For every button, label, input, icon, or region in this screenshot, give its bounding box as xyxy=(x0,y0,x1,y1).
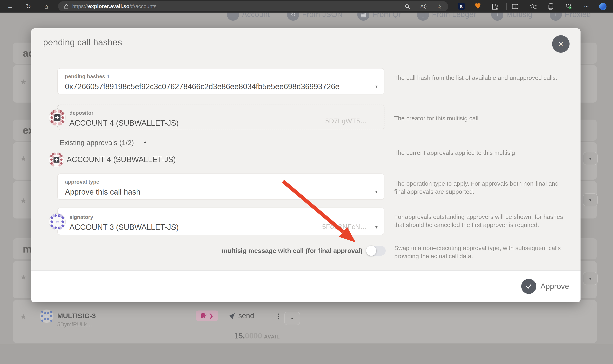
read-aloud-letter: A xyxy=(420,3,424,9)
url-text: https://explorer.avail.so/#/accounts xyxy=(72,3,156,9)
browser-toolbar: ← ↻ ⌂ https://explorer.avail.so/#/accoun… xyxy=(0,0,613,13)
field-label: pending hashes 1 xyxy=(65,73,377,79)
approve-button-label: Approve xyxy=(540,282,569,291)
pending-signature-badge[interactable]: ❯ xyxy=(196,311,218,321)
extensions-puzzle-icon[interactable] xyxy=(491,0,499,13)
multisig-address[interactable]: 5DymfRULk… xyxy=(57,321,92,327)
subwallet-extension-icon[interactable]: S xyxy=(457,0,465,13)
url-host: explorer.avail.so xyxy=(88,3,129,9)
favorite-star-icon[interactable]: ★ xyxy=(20,273,27,282)
reload-button[interactable]: ↻ xyxy=(23,0,34,13)
balance-integer: 15. xyxy=(234,332,245,340)
balance-unit: AVAIL xyxy=(264,334,280,340)
favorite-star-icon[interactable]: ★ xyxy=(20,312,27,321)
chevron-down-icon: ▾ xyxy=(375,225,377,230)
screen: + Account ↻ From JSON ▦ From Qr ▯ From L… xyxy=(0,0,613,364)
row-expand-button[interactable]: ▾ xyxy=(583,193,598,206)
identicon-account-4 xyxy=(49,152,64,168)
favorite-star-icon[interactable]: ☆ xyxy=(434,1,445,11)
approve-button[interactable]: Approve xyxy=(521,270,569,302)
subwallet-logo: S xyxy=(458,3,465,10)
send-button-label: send xyxy=(238,312,254,320)
multisig-balance: 15.0000 AVAIL xyxy=(234,332,280,340)
url-path: /#/accounts xyxy=(129,3,156,9)
subwallet-badge-icon xyxy=(54,157,59,163)
row-expand-button[interactable]: ▾ xyxy=(583,272,598,285)
read-aloud-icon[interactable]: A xyxy=(418,1,429,11)
subwallet-badge-icon xyxy=(54,114,60,121)
send-button[interactable]: send xyxy=(228,312,254,320)
more-options-button[interactable]: ⋮ xyxy=(275,312,282,321)
depositor-field: depositor ACCOUNT 4 (SUBWALLET-JS) 5D7Lg… xyxy=(57,104,384,130)
multisig-name[interactable]: MULTISIG-3 xyxy=(57,312,96,320)
final-approval-toggle[interactable] xyxy=(366,246,386,256)
favorite-star-icon[interactable]: ★ xyxy=(20,155,27,163)
help-text-final-toggle: Swap to a non-executing approval type, w… xyxy=(394,244,565,260)
balance-fraction: 0000 xyxy=(245,332,262,340)
send-plane-icon xyxy=(228,312,235,320)
page-bottom-strip xyxy=(0,345,613,364)
identicon-account-4 xyxy=(49,109,66,126)
back-button[interactable]: ← xyxy=(5,0,15,13)
signed-document-icon xyxy=(201,313,207,319)
lock-icon xyxy=(64,3,69,9)
help-text-existing-approvals: The current approvals applied to this mu… xyxy=(394,149,565,157)
field-label: approval type xyxy=(65,179,377,185)
favorite-star-icon[interactable]: ★ xyxy=(20,78,27,86)
field-label: signatory xyxy=(70,214,377,220)
final-approval-toggle-label: multisig message with call (for final ap… xyxy=(183,246,362,256)
collections-icon[interactable] xyxy=(529,0,538,13)
help-text-signatory: For approvals outstanding approvers will… xyxy=(394,213,565,229)
pending-hash-value: 0x7266057f89198c5ef92c3c076278466c2d3e86… xyxy=(65,82,377,91)
chevron-down-icon: ▾ xyxy=(375,84,377,89)
toggle-knob xyxy=(366,246,376,256)
zoom-in-icon[interactable] xyxy=(402,1,413,11)
approver-account-name: ACCOUNT 4 (SUBWALLET-JS) xyxy=(67,155,176,164)
existing-approvals-label[interactable]: Existing approvals (1/2) xyxy=(60,139,134,147)
url-prefix: https:// xyxy=(72,3,88,9)
chevron-down-icon: ▾ xyxy=(589,276,591,281)
multisig-row-expand-button[interactable]: ▾ xyxy=(284,312,300,325)
approval-type-value: Approve this call hash xyxy=(65,188,377,196)
toolbar-divider xyxy=(506,0,507,13)
help-text-approval-type: The operation type to apply. For approva… xyxy=(394,180,565,195)
browser-essentials-icon[interactable] xyxy=(564,0,572,13)
signatory-address: 5Fo3SNFcN… xyxy=(322,223,367,231)
help-text-depositor: The creator for this multisig call xyxy=(394,114,565,122)
duplicate-tab-icon[interactable] xyxy=(546,0,554,13)
check-circle-icon xyxy=(521,279,536,294)
pending-hashes-select[interactable]: pending hashes 1 0x7266057f89198c5ef92c3… xyxy=(57,68,384,94)
chevron-down-icon: ▾ xyxy=(291,316,293,321)
settings-more-icon[interactable]: ••• xyxy=(582,0,591,13)
modal-footer xyxy=(31,270,581,302)
multisig-row-card xyxy=(13,300,597,343)
chevron-down-icon: ▾ xyxy=(589,156,591,161)
close-button[interactable]: ✕ xyxy=(552,35,570,53)
field-label: depositor xyxy=(70,110,377,116)
address-bar[interactable]: https://explorer.avail.so/#/accounts A ☆ xyxy=(58,1,448,11)
identicon-account-3 xyxy=(49,213,66,230)
chevron-down-icon: ▾ xyxy=(589,198,591,202)
depositor-address: 5D7LgWT5… xyxy=(325,117,367,125)
close-icon: ✕ xyxy=(558,40,564,48)
signatory-select[interactable]: signatory ACCOUNT 3 (SUBWALLET-JS) 5Fo3S… xyxy=(57,208,384,235)
home-button[interactable]: ⌂ xyxy=(41,0,52,13)
identicon-multisig-3 xyxy=(40,309,54,323)
chevron-down-icon: ▾ xyxy=(375,189,377,195)
favorite-star-icon[interactable]: ★ xyxy=(20,196,27,205)
metamask-extension-icon[interactable] xyxy=(474,0,482,13)
help-text-pending-hashes: The call hash from the list of available… xyxy=(394,74,565,82)
pending-call-hashes-modal: pending call hashes ✕ pending hashes 1 0… xyxy=(31,28,581,302)
collapse-icon[interactable]: ▲ xyxy=(143,140,147,144)
approval-type-select[interactable]: approval type Approve this call hash ▾ xyxy=(57,173,384,200)
chevron-right-icon: ❯ xyxy=(209,313,213,319)
modal-title: pending call hashes xyxy=(43,37,122,48)
copilot-icon[interactable] xyxy=(598,0,607,13)
row-expand-button[interactable]: ▾ xyxy=(583,152,598,165)
split-screen-icon[interactable] xyxy=(511,0,519,13)
